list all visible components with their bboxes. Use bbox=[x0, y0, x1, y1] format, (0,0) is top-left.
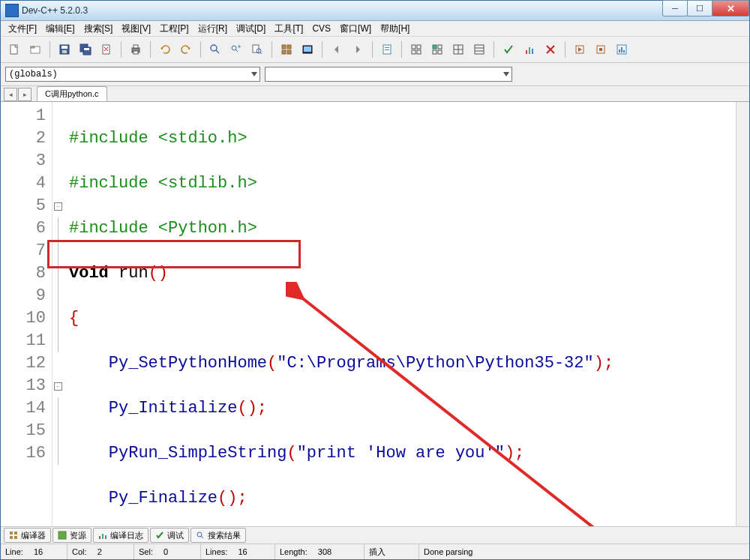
search-icon bbox=[209, 43, 221, 55]
run-icon bbox=[302, 43, 314, 55]
debug-start-button[interactable] bbox=[571, 40, 589, 58]
status-message: Done parsing bbox=[424, 547, 472, 556]
undo-icon bbox=[159, 43, 171, 55]
maximize-button[interactable]: ☐ bbox=[687, 0, 712, 16]
menu-help[interactable]: 帮助[H] bbox=[376, 22, 414, 36]
grid4-button[interactable] bbox=[470, 40, 488, 58]
toolbar-separator bbox=[401, 41, 402, 58]
save-all-button[interactable] bbox=[76, 40, 94, 58]
toolbar-separator bbox=[272, 41, 272, 58]
undo-button[interactable] bbox=[156, 40, 174, 58]
close-button[interactable]: ✕ bbox=[712, 0, 749, 16]
bookmark-button[interactable] bbox=[378, 40, 396, 58]
svg-rect-0 bbox=[10, 45, 17, 54]
toolbar-separator bbox=[494, 41, 494, 58]
svg-rect-11 bbox=[134, 45, 138, 48]
status-lines-label: Lines: bbox=[206, 547, 227, 556]
titlebar[interactable]: Dev-C++ 5.2.0.3 ─ ☐ ✕ bbox=[1, 1, 749, 21]
symbol-dropdown[interactable] bbox=[265, 67, 512, 82]
window-controls: ─ ☐ ✕ bbox=[663, 1, 749, 17]
tab-next-button[interactable]: ▸ bbox=[18, 88, 32, 101]
run-button[interactable] bbox=[298, 40, 316, 58]
minimize-button[interactable]: ─ bbox=[662, 0, 688, 16]
menu-search[interactable]: 搜索[S] bbox=[80, 22, 118, 36]
tab-search-results[interactable]: 搜索结果 bbox=[190, 528, 246, 543]
menu-view[interactable]: 视图[V] bbox=[117, 22, 155, 36]
menu-window[interactable]: 窗口[W] bbox=[335, 22, 376, 36]
check-button[interactable] bbox=[500, 40, 518, 58]
svg-rect-48 bbox=[14, 532, 17, 535]
svg-rect-36 bbox=[526, 50, 527, 54]
search-icon bbox=[196, 531, 205, 540]
stats-button[interactable] bbox=[520, 40, 538, 58]
menu-tool[interactable]: 工具[T] bbox=[270, 22, 308, 36]
print-button[interactable] bbox=[127, 40, 145, 58]
tab-debug[interactable]: 调试 bbox=[150, 528, 189, 543]
new-project-button[interactable] bbox=[26, 40, 44, 58]
svg-rect-31 bbox=[438, 45, 442, 49]
redo-icon bbox=[180, 43, 192, 55]
new-file-button[interactable] bbox=[5, 40, 23, 58]
bar-chart-icon bbox=[98, 531, 107, 540]
forward-button[interactable] bbox=[349, 40, 367, 58]
tab-compiler[interactable]: 编译器 bbox=[4, 528, 51, 543]
menu-run[interactable]: 运行[R] bbox=[194, 22, 232, 36]
find-button[interactable] bbox=[206, 40, 224, 58]
compile-button[interactable] bbox=[278, 40, 296, 58]
grid-icon bbox=[431, 43, 443, 55]
file-tab[interactable]: C调用python.c bbox=[37, 86, 107, 101]
svg-rect-52 bbox=[99, 536, 100, 539]
tab-resource[interactable]: 资源 bbox=[52, 528, 92, 543]
svg-rect-33 bbox=[438, 50, 442, 54]
delete-button[interactable] bbox=[542, 40, 560, 58]
grid2-button[interactable] bbox=[428, 40, 446, 58]
svg-point-13 bbox=[211, 45, 217, 51]
code-area[interactable]: #include <stdio.h> #include <stdlib.h> #… bbox=[63, 102, 736, 526]
status-sel-label: Sel: bbox=[139, 547, 153, 556]
menubar: 文件[F] 编辑[E] 搜索[S] 视图[V] 工程[P] 运行[R] 调试[D… bbox=[1, 21, 749, 37]
close-file-button[interactable] bbox=[98, 40, 116, 58]
debug-icon bbox=[574, 43, 586, 55]
grid-icon bbox=[410, 43, 422, 55]
grid3-button[interactable] bbox=[449, 40, 467, 58]
menu-file[interactable]: 文件[F] bbox=[4, 22, 41, 36]
svg-rect-50 bbox=[14, 536, 17, 539]
back-button[interactable] bbox=[328, 40, 346, 58]
fold-toggle[interactable]: − bbox=[54, 382, 62, 391]
svg-rect-22 bbox=[304, 46, 311, 52]
tab-compile-log[interactable]: 编译日志 bbox=[93, 528, 148, 543]
save-button[interactable] bbox=[56, 40, 74, 58]
toolbar-separator bbox=[150, 41, 151, 58]
grid-icon bbox=[9, 531, 18, 540]
check-icon bbox=[155, 531, 164, 540]
vertical-scrollbar[interactable] bbox=[736, 102, 749, 526]
svg-rect-32 bbox=[433, 50, 436, 54]
menu-debug[interactable]: 调试[D] bbox=[232, 22, 270, 36]
profile-button[interactable] bbox=[613, 40, 631, 58]
line-number: 7 bbox=[1, 240, 46, 262]
line-number: 4 bbox=[1, 172, 46, 195]
code-editor[interactable]: 1 2 3 4 5 6 7 8 9 10 11 12 13 14 15 16 −… bbox=[1, 102, 749, 526]
find-in-files-button[interactable] bbox=[248, 40, 266, 58]
check-icon bbox=[502, 43, 514, 55]
menu-cvs[interactable]: CVS bbox=[308, 22, 335, 34]
redo-button[interactable] bbox=[177, 40, 195, 58]
svg-rect-5 bbox=[62, 50, 67, 53]
menu-project[interactable]: 工程[P] bbox=[155, 22, 194, 36]
grid-icon bbox=[452, 43, 464, 55]
grid1-button[interactable] bbox=[407, 40, 425, 58]
svg-rect-18 bbox=[287, 45, 291, 49]
bar-chart-icon bbox=[524, 43, 536, 55]
globals-dropdown[interactable]: (globals) bbox=[5, 67, 260, 82]
line-number: 12 bbox=[1, 352, 46, 375]
menu-edit[interactable]: 编辑[E] bbox=[41, 22, 80, 36]
replace-button[interactable] bbox=[227, 40, 245, 58]
svg-rect-47 bbox=[10, 532, 13, 535]
tab-prev-button[interactable]: ◂ bbox=[4, 88, 17, 101]
line-number: 15 bbox=[1, 420, 46, 442]
line-number: 2 bbox=[1, 127, 46, 150]
line-number: 13 bbox=[1, 375, 46, 397]
svg-rect-30 bbox=[433, 45, 436, 49]
fold-toggle[interactable]: − bbox=[54, 202, 62, 211]
debug-stop-button[interactable] bbox=[592, 40, 610, 58]
